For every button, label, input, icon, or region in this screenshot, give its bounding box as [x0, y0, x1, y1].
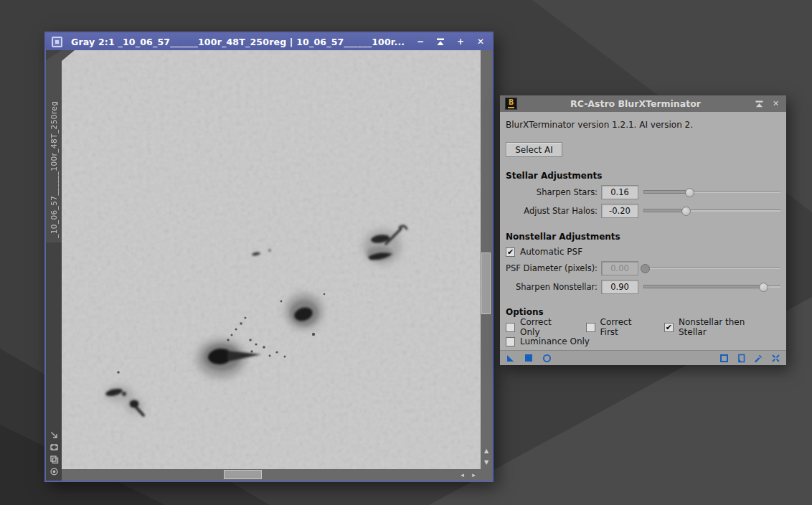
documentation-icon[interactable]	[737, 354, 746, 363]
luminance-only-label: Luminance Only	[520, 336, 590, 346]
options-row-2: Luminance Only	[506, 336, 780, 347]
wrench-icon[interactable]	[754, 354, 763, 363]
dialog-footer	[500, 350, 786, 365]
image-window-titlebar[interactable]: Gray 2:1 _10_06_57______100r_48T_250reg …	[46, 33, 492, 50]
psf-diameter-label: PSF Diameter (pixels):	[506, 263, 598, 273]
scroll-down-icon[interactable]: ▼	[481, 458, 492, 466]
apply-icon[interactable]	[524, 354, 533, 362]
dialog-titlebar[interactable]: B RC-Astro BlurXTerminator ✕	[500, 95, 786, 112]
nonstellar-adjustments-heading: Nonstellar Adjustments	[506, 232, 780, 242]
close-icon[interactable]: ✕	[475, 36, 486, 47]
shade-icon[interactable]	[754, 98, 765, 109]
luminance-only-checkbox[interactable]	[506, 337, 515, 346]
astro-image	[62, 50, 481, 469]
correct-only-checkbox[interactable]	[506, 323, 515, 332]
options-row-1: Correct Only Correct First ✔ Nonstellar …	[506, 321, 780, 333]
square-outline-icon[interactable]	[719, 354, 729, 363]
close-icon[interactable]: ✕	[770, 98, 781, 109]
blurxterminator-icon: B	[505, 98, 517, 110]
adjust-star-halos-input[interactable]: -0.20	[601, 204, 638, 218]
sharpen-nonstellar-row: Sharpen Nonstellar: 0.90	[506, 278, 780, 296]
sharpen-stars-row: Sharpen Stars: 0.16	[506, 183, 780, 202]
psf-diameter-slider	[643, 261, 780, 275]
scroll-left-icon[interactable]: ◂	[458, 469, 467, 481]
version-text: BlurXTerminator version 1.2.1. AI versio…	[506, 120, 780, 130]
sharpen-stars-slider[interactable]	[643, 185, 780, 199]
select-ai-button[interactable]: Select AI	[506, 142, 562, 157]
psf-diameter-input: 0.00	[601, 261, 638, 275]
shade-icon[interactable]	[435, 36, 446, 47]
astro-image-canvas[interactable]	[62, 50, 481, 469]
correct-first-label: Correct First	[600, 317, 650, 337]
image-window-title: Gray 2:1 _10_06_57______100r_48T_250reg …	[71, 37, 406, 47]
horizontal-scrollbar[interactable]: ◂ ▸	[62, 469, 481, 481]
correct-only-label: Correct Only	[520, 317, 572, 337]
vertical-scrollbar-thumb[interactable]	[481, 252, 491, 314]
adjust-star-halos-label: Adjust Star Halos:	[506, 206, 598, 216]
adjust-star-halos-row: Adjust Star Halos: -0.20	[506, 202, 780, 220]
new-instance-icon[interactable]	[506, 354, 515, 363]
dialog-title: RC-Astro BlurXTerminator	[523, 98, 748, 109]
image-window[interactable]: Gray 2:1 _10_06_57______100r_48T_250reg …	[44, 32, 494, 482]
slider-thumb	[641, 264, 650, 273]
correct-first-checkbox[interactable]	[586, 323, 595, 332]
options-heading: Options	[506, 307, 780, 317]
diagonal-arrow-icon[interactable]	[49, 430, 59, 440]
minimize-icon[interactable]: −	[415, 36, 426, 47]
horizontal-scrollbar-thumb[interactable]	[224, 470, 262, 479]
vertical-scrollbar[interactable]: ▲ ▼	[481, 50, 492, 481]
pixinsight-workspace: Gray 2:1 _10_06_57______100r_48T_250reg …	[0, 0, 812, 505]
nonstellar-then-stellar-label: Nonstellar then Stellar	[679, 317, 771, 337]
sharpen-nonstellar-input[interactable]: 0.90	[601, 280, 638, 294]
image-side-tab-label: _10_06_57______100r_48T_250reg	[46, 63, 62, 238]
target-circle-icon[interactable]	[49, 467, 59, 476]
automatic-psf-checkbox[interactable]: ✔	[506, 247, 515, 257]
slider-thumb[interactable]	[759, 283, 768, 292]
sharpen-nonstellar-label: Sharpen Nonstellar:	[506, 282, 598, 292]
stellar-adjustments-heading: Stellar Adjustments	[506, 171, 780, 181]
adjust-star-halos-slider[interactable]	[643, 204, 780, 218]
reset-icon[interactable]	[771, 354, 780, 363]
window-icon	[52, 37, 62, 47]
image-side-strip: _10_06_57______100r_48T_250reg	[46, 50, 62, 481]
automatic-psf-label: Automatic PSF	[520, 247, 582, 257]
sharpen-stars-input[interactable]: 0.16	[601, 185, 638, 199]
overlapping-squares-icon[interactable]	[49, 455, 59, 464]
maximize-icon[interactable]: +	[455, 36, 466, 47]
slider-thumb[interactable]	[681, 207, 691, 216]
psf-diameter-row: PSF Diameter (pixels): 0.00	[506, 259, 780, 278]
sharpen-stars-label: Sharpen Stars:	[506, 187, 598, 197]
automatic-psf-row: ✔ Automatic PSF	[506, 246, 780, 258]
scroll-right-icon[interactable]: ▸	[469, 469, 478, 481]
scroll-up-icon[interactable]: ▲	[481, 446, 492, 455]
frame-icon[interactable]	[49, 443, 59, 452]
realtime-preview-icon[interactable]	[542, 354, 552, 363]
slider-thumb[interactable]	[685, 188, 694, 197]
sharpen-nonstellar-slider[interactable]	[643, 280, 780, 294]
nonstellar-then-stellar-checkbox[interactable]: ✔	[664, 323, 674, 332]
blurxterminator-dialog[interactable]: B RC-Astro BlurXTerminator ✕ BlurXTermin…	[500, 95, 786, 365]
